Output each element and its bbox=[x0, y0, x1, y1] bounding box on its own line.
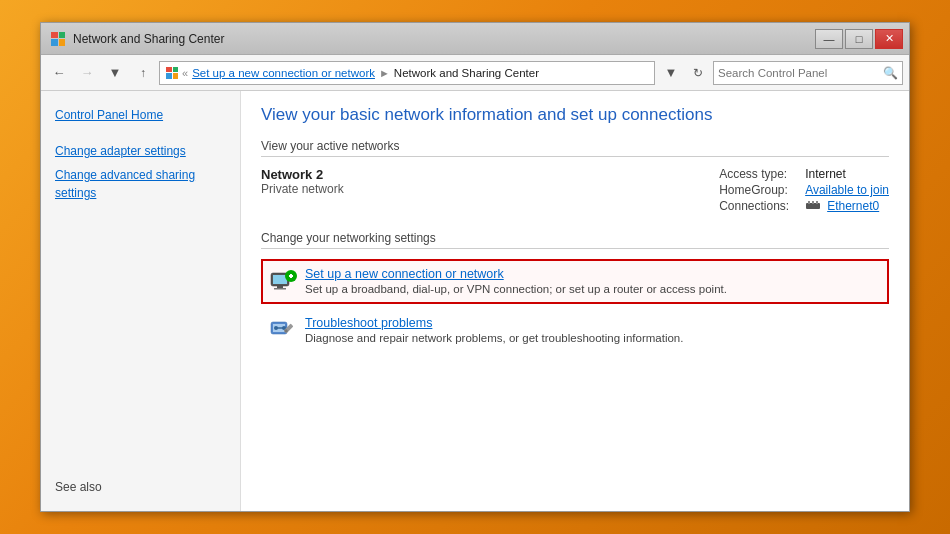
troubleshoot-text: Troubleshoot problems Diagnose and repai… bbox=[305, 316, 881, 344]
address-sep1: « bbox=[182, 67, 188, 79]
address-bar: ← → ▼ ↑ « Set up a new connection or net… bbox=[41, 55, 909, 91]
access-type-row: Access type: Internet bbox=[719, 167, 889, 181]
search-box[interactable]: 🔍 bbox=[713, 61, 903, 85]
connections-row: Connections: Ethernet0 bbox=[719, 199, 889, 213]
active-networks: Network 2 Private network Access type: I… bbox=[261, 167, 889, 213]
troubleshoot-title[interactable]: Troubleshoot problems bbox=[305, 316, 881, 330]
breadcrumb-item-2: Network and Sharing Center bbox=[394, 67, 539, 79]
setup-connection-option[interactable]: Set up a new connection or network Set u… bbox=[261, 259, 889, 304]
network-details: Access type: Internet HomeGroup: Availab… bbox=[719, 167, 889, 213]
svg-rect-5 bbox=[273, 275, 287, 284]
sidebar-links: Control Panel Home Change adapter settin… bbox=[41, 91, 240, 205]
troubleshoot-option[interactable]: Troubleshoot problems Diagnose and repai… bbox=[261, 308, 889, 353]
title-buttons: — □ ✕ bbox=[815, 29, 903, 49]
sidebar-item-change-adapter[interactable]: Change adapter settings bbox=[41, 139, 240, 163]
address-path: « Set up a new connection or network ► N… bbox=[159, 61, 655, 85]
access-type-value: Internet bbox=[805, 167, 846, 181]
window-logo-icon bbox=[51, 32, 65, 46]
network-type: Private network bbox=[261, 182, 719, 196]
homegroup-value[interactable]: Available to join bbox=[805, 183, 889, 197]
breadcrumb-item-1[interactable]: Set up a new connection or network bbox=[192, 67, 375, 79]
sidebar-spacer bbox=[41, 127, 240, 139]
svg-rect-7 bbox=[274, 288, 286, 290]
sidebar-item-change-sharing[interactable]: Change advanced sharing settings bbox=[41, 163, 240, 205]
window-title: Network and Sharing Center bbox=[73, 32, 224, 46]
network-info: Network 2 Private network bbox=[261, 167, 719, 213]
networking-section: Change your networking settings bbox=[261, 231, 889, 353]
back-button[interactable]: ← bbox=[47, 61, 71, 85]
title-bar: Network and Sharing Center — □ ✕ bbox=[41, 23, 909, 55]
svg-rect-2 bbox=[812, 201, 814, 204]
svg-rect-3 bbox=[816, 201, 818, 204]
dropdown-path-button[interactable]: ▼ bbox=[659, 61, 683, 85]
address-arrow: ► bbox=[379, 67, 390, 79]
svg-point-14 bbox=[274, 326, 278, 330]
search-icon[interactable]: 🔍 bbox=[883, 66, 898, 80]
forward-button[interactable]: → bbox=[75, 61, 99, 85]
setup-connection-title[interactable]: Set up a new connection or network bbox=[305, 267, 881, 281]
setup-connection-text: Set up a new connection or network Set u… bbox=[305, 267, 881, 295]
search-input[interactable] bbox=[718, 67, 883, 79]
minimize-button[interactable]: — bbox=[815, 29, 843, 49]
setup-connection-icon bbox=[269, 268, 297, 296]
homegroup-row: HomeGroup: Available to join bbox=[719, 183, 889, 197]
ethernet-icon bbox=[805, 200, 821, 212]
svg-rect-10 bbox=[290, 274, 292, 278]
maximize-button[interactable]: □ bbox=[845, 29, 873, 49]
setup-connection-desc: Set up a broadband, dial-up, or VPN conn… bbox=[305, 283, 881, 295]
see-also-label: See also bbox=[55, 480, 102, 494]
connections-label: Connections: bbox=[719, 199, 799, 213]
troubleshoot-desc: Diagnose and repair network problems, or… bbox=[305, 332, 881, 344]
refresh-button[interactable]: ↻ bbox=[687, 62, 709, 84]
homegroup-label: HomeGroup: bbox=[719, 183, 799, 197]
sidebar-item-control-panel-home[interactable]: Control Panel Home bbox=[41, 103, 240, 127]
networking-header: Change your networking settings bbox=[261, 231, 889, 249]
svg-rect-1 bbox=[808, 201, 810, 204]
sidebar: Control Panel Home Change adapter settin… bbox=[41, 91, 241, 511]
svg-rect-6 bbox=[277, 286, 283, 288]
connections-value[interactable]: Ethernet0 bbox=[827, 199, 879, 213]
dropdown-button[interactable]: ▼ bbox=[103, 61, 127, 85]
up-button[interactable]: ↑ bbox=[131, 61, 155, 85]
see-also-section: See also bbox=[41, 471, 240, 501]
main-area: Control Panel Home Change adapter settin… bbox=[41, 91, 909, 511]
main-window: Network and Sharing Center — □ ✕ ← → ▼ ↑… bbox=[40, 22, 910, 512]
address-logo-icon bbox=[166, 67, 178, 79]
title-bar-left: Network and Sharing Center bbox=[51, 32, 224, 46]
network-name: Network 2 bbox=[261, 167, 719, 182]
content-area: View your basic network information and … bbox=[241, 91, 909, 511]
active-networks-header: View your active networks bbox=[261, 139, 889, 157]
access-type-label: Access type: bbox=[719, 167, 799, 181]
close-button[interactable]: ✕ bbox=[875, 29, 903, 49]
page-title: View your basic network information and … bbox=[261, 105, 889, 125]
troubleshoot-icon bbox=[269, 317, 297, 345]
